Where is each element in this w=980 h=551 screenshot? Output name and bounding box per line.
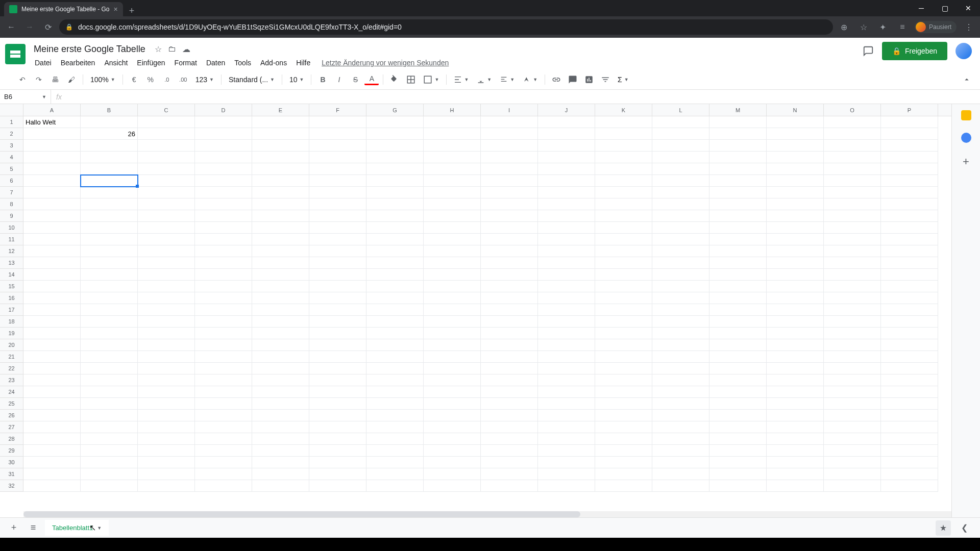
cell[interactable] [481, 198, 538, 210]
column-header[interactable]: H [424, 104, 481, 116]
cell[interactable] [824, 187, 881, 198]
row-header[interactable]: 30 [0, 457, 23, 468]
cell[interactable] [309, 480, 366, 492]
cell[interactable] [595, 269, 652, 281]
cell[interactable] [824, 480, 881, 492]
cell[interactable] [195, 152, 252, 163]
cell[interactable]: Hallo Welt [23, 116, 81, 128]
cell[interactable] [309, 163, 366, 175]
cell[interactable] [309, 281, 366, 292]
cell[interactable] [881, 386, 938, 398]
cell[interactable] [652, 187, 709, 198]
cell[interactable] [709, 304, 767, 316]
cell[interactable] [652, 480, 709, 492]
cell[interactable] [366, 269, 424, 281]
cell[interactable] [538, 480, 595, 492]
cell[interactable] [824, 163, 881, 175]
cell[interactable] [595, 281, 652, 292]
row-header[interactable]: 24 [0, 386, 23, 398]
row-header[interactable]: 22 [0, 363, 23, 374]
cell[interactable] [81, 328, 138, 339]
cell[interactable] [366, 351, 424, 363]
nav-reload-button[interactable]: ⟳ [41, 20, 55, 34]
cell[interactable] [81, 339, 138, 351]
row-header[interactable]: 17 [0, 304, 23, 316]
cell[interactable] [195, 210, 252, 222]
cell[interactable] [767, 257, 824, 269]
cell[interactable] [481, 457, 538, 468]
cell[interactable] [595, 198, 652, 210]
cell[interactable] [195, 457, 252, 468]
reading-list-icon[interactable]: ≡ [895, 20, 910, 34]
cell[interactable] [366, 245, 424, 257]
zoom-select[interactable]: 100%▼ [87, 76, 118, 84]
window-maximize-button[interactable]: ▢ [933, 0, 957, 16]
cell[interactable] [309, 468, 366, 480]
cell[interactable] [252, 410, 309, 421]
cell[interactable] [824, 410, 881, 421]
cell[interactable] [824, 316, 881, 328]
cell[interactable] [424, 410, 481, 421]
cell[interactable] [195, 269, 252, 281]
row-header[interactable]: 23 [0, 374, 23, 386]
cell[interactable] [881, 316, 938, 328]
cell[interactable] [138, 457, 195, 468]
cell[interactable] [824, 386, 881, 398]
cell[interactable] [709, 292, 767, 304]
cell[interactable] [652, 257, 709, 269]
cell[interactable] [481, 210, 538, 222]
cell[interactable] [881, 257, 938, 269]
row-header[interactable]: 18 [0, 316, 23, 328]
cell[interactable] [195, 163, 252, 175]
row-header[interactable]: 28 [0, 433, 23, 445]
cell[interactable] [424, 374, 481, 386]
row-header[interactable]: 32 [0, 480, 23, 492]
cell[interactable] [652, 292, 709, 304]
cell[interactable] [881, 222, 938, 234]
cell[interactable] [824, 457, 881, 468]
cell[interactable] [767, 175, 824, 187]
cell[interactable] [23, 234, 81, 245]
cell[interactable] [481, 292, 538, 304]
cell[interactable] [824, 210, 881, 222]
row-header[interactable]: 21 [0, 351, 23, 363]
cell[interactable] [709, 140, 767, 152]
cell[interactable] [652, 398, 709, 410]
cell[interactable] [538, 445, 595, 457]
cell[interactable] [881, 116, 938, 128]
cell[interactable] [252, 328, 309, 339]
cell[interactable] [881, 445, 938, 457]
cell[interactable] [195, 339, 252, 351]
cell[interactable] [366, 128, 424, 140]
cell[interactable] [252, 468, 309, 480]
cell[interactable] [309, 187, 366, 198]
window-close-button[interactable]: ✕ [957, 0, 980, 16]
cell[interactable] [538, 421, 595, 433]
cell[interactable] [138, 316, 195, 328]
cell[interactable] [23, 374, 81, 386]
cell[interactable] [252, 457, 309, 468]
cell[interactable] [481, 175, 538, 187]
cell[interactable] [424, 304, 481, 316]
cell[interactable] [481, 163, 538, 175]
cell[interactable] [252, 140, 309, 152]
cell[interactable] [881, 421, 938, 433]
cell[interactable] [424, 152, 481, 163]
row-header[interactable]: 19 [0, 328, 23, 339]
cell[interactable] [195, 374, 252, 386]
cell[interactable] [138, 128, 195, 140]
cell[interactable] [824, 363, 881, 374]
cell[interactable] [824, 304, 881, 316]
cell[interactable] [595, 234, 652, 245]
cell[interactable] [81, 245, 138, 257]
column-header[interactable]: D [195, 104, 252, 116]
cell[interactable] [81, 163, 138, 175]
cell[interactable] [652, 339, 709, 351]
cell[interactable] [481, 398, 538, 410]
zoom-icon[interactable]: ⊕ [837, 20, 851, 34]
cell[interactable] [23, 398, 81, 410]
cell[interactable] [424, 292, 481, 304]
cell[interactable] [481, 316, 538, 328]
cell[interactable] [195, 281, 252, 292]
cell[interactable] [366, 386, 424, 398]
